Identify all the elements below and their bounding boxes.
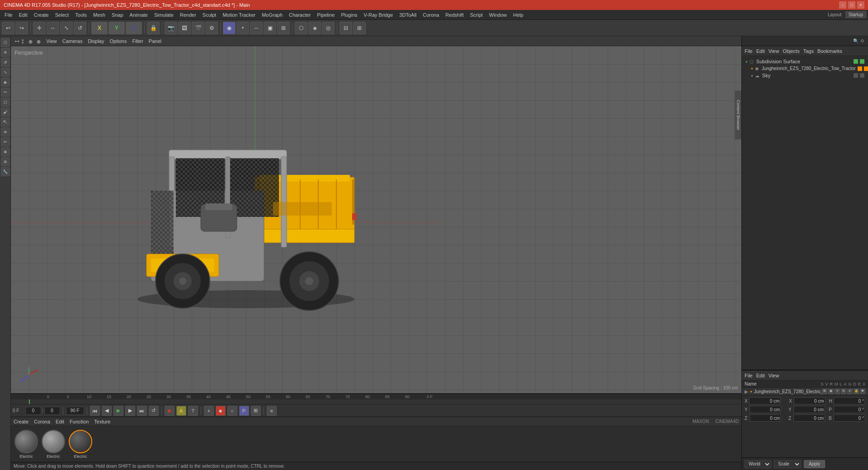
vp-minimize[interactable]: ⊗: [37, 39, 41, 44]
world-dropdown[interactable]: World Object Global: [745, 460, 771, 468]
keyframe-circle-button[interactable]: ○: [227, 406, 237, 416]
lt-deform[interactable]: ◈: [1, 78, 10, 87]
viewport[interactable]: Perspective: [11, 46, 741, 393]
menu-pipeline[interactable]: Pipeline: [314, 11, 337, 19]
vp-nav-arrows[interactable]: ↔↕: [14, 37, 24, 45]
floor-button[interactable]: ⊟: [340, 22, 352, 34]
material-ball-2[interactable]: [42, 430, 65, 453]
menu-vray-bridge[interactable]: V-Ray Bridge: [361, 11, 396, 19]
lt-move[interactable]: ✛: [1, 48, 10, 57]
menu-help[interactable]: Help: [510, 11, 526, 19]
lt-sculpt[interactable]: ⛏: [1, 118, 10, 127]
sky-vis-btn[interactable]: [854, 73, 858, 78]
render-settings-button[interactable]: ⚙: [205, 22, 218, 34]
menu-motion-tracker[interactable]: Motion Tracker: [220, 11, 258, 19]
obj-menu-tags[interactable]: Tags: [803, 48, 814, 54]
material-manager-button[interactable]: ◈: [308, 22, 321, 34]
mat-menu-function[interactable]: Function: [70, 419, 89, 424]
obj-menu-edit[interactable]: Edit: [756, 48, 765, 54]
vp-menu-panel[interactable]: Panel: [149, 38, 161, 44]
material-item-3[interactable]: Electric: [69, 430, 92, 459]
obj-menu-file[interactable]: File: [745, 48, 753, 54]
attr-x-input[interactable]: [749, 397, 781, 404]
model-mode-button[interactable]: ◉: [223, 22, 236, 34]
attr-menu-edit[interactable]: Edit: [756, 373, 765, 378]
obj-menu-objects[interactable]: Objects: [783, 48, 799, 54]
menu-file[interactable]: File: [2, 11, 15, 19]
obj-item-sky[interactable]: ● ☁ Sky: [744, 72, 866, 79]
playhead[interactable]: [29, 400, 30, 404]
frame-input-2[interactable]: [44, 407, 60, 415]
keyframe-p-button[interactable]: P: [239, 406, 249, 416]
menu-mograph[interactable]: MoGraph: [259, 11, 285, 19]
rotate-button[interactable]: ↺: [74, 22, 86, 34]
menu-window[interactable]: Window: [486, 11, 509, 19]
scale-dropdown[interactable]: Scale: [774, 460, 801, 468]
settings-icon[interactable]: ⚙: [860, 38, 864, 43]
lt-spline[interactable]: 〜: [1, 88, 10, 97]
attr-b-input[interactable]: [834, 414, 865, 422]
sky-render-btn[interactable]: [860, 73, 864, 78]
attr-menu-view[interactable]: View: [769, 373, 779, 378]
vp-maximize[interactable]: ⊕: [28, 39, 33, 44]
attr-btn-1[interactable]: ⊞: [822, 389, 827, 394]
next-frame-button[interactable]: ▶: [125, 406, 135, 416]
menu-character[interactable]: Character: [286, 11, 313, 19]
render-view-button[interactable]: 📷: [165, 22, 177, 34]
lock-button[interactable]: 🔒: [147, 22, 160, 34]
attr-obj-expand[interactable]: ▶: [745, 389, 748, 394]
render-to-po-button[interactable]: 🎬: [192, 22, 204, 34]
end-frame-input[interactable]: [66, 407, 84, 415]
frame-input[interactable]: [25, 407, 41, 415]
content-browser-tab[interactable]: Content Browser: [735, 90, 741, 140]
menu-corona[interactable]: Corona: [420, 11, 442, 19]
mode-y-button[interactable]: Y: [108, 22, 125, 34]
menu-render[interactable]: Render: [177, 11, 199, 19]
vp-menu-options[interactable]: Options: [109, 38, 127, 44]
obj-menu-view[interactable]: View: [769, 48, 779, 54]
menu-simulate[interactable]: Simulate: [151, 11, 176, 19]
playhead-area[interactable]: [11, 400, 741, 404]
lt-axis[interactable]: ⊕: [1, 147, 10, 156]
keyframe-square-button[interactable]: ■: [216, 406, 226, 416]
keyframe-add-button[interactable]: +: [204, 406, 214, 416]
attr-btn-2[interactable]: ◉: [828, 389, 834, 394]
uv-mode-button[interactable]: ⊞: [277, 22, 290, 34]
lt-hair[interactable]: ≋: [1, 127, 10, 136]
lt-magnet[interactable]: 🔧: [1, 167, 10, 176]
attr-object-row[interactable]: ▶ ● Jungheinrich_EZS_7280_Electric_Tow_T…: [742, 388, 868, 395]
vp-menu-filter[interactable]: Filter: [132, 38, 143, 44]
undo-button[interactable]: ↩: [2, 22, 14, 34]
apply-button[interactable]: Apply: [804, 460, 825, 468]
material-item-1[interactable]: Electric: [14, 430, 38, 459]
attr-p-input[interactable]: [834, 406, 865, 413]
obj-item-jungheinrich[interactable]: ● ◉ Jungheinrich_EZS_7280_Electric_Tow_T…: [744, 65, 866, 72]
layout-dropdown[interactable]: Startup: [845, 11, 866, 18]
attr-btn-6[interactable]: 🔒: [854, 389, 859, 394]
menu-plugins[interactable]: Plugins: [338, 11, 360, 19]
menu-mesh[interactable]: Mesh: [90, 11, 108, 19]
mat-menu-corona[interactable]: Corona: [34, 419, 50, 424]
close-button[interactable]: ×: [857, 1, 864, 9]
vp-menu-view[interactable]: View: [46, 38, 57, 44]
help-button[interactable]: ?: [188, 406, 198, 416]
menu-tools[interactable]: Tools: [72, 11, 90, 19]
attr-btn-4[interactable]: ⊟: [841, 389, 846, 394]
subdiv-vis-btn[interactable]: [854, 59, 858, 64]
mode-x-button[interactable]: X: [91, 22, 108, 34]
redo-button[interactable]: ↪: [15, 22, 28, 34]
attr-z2-input[interactable]: [793, 414, 825, 422]
play-button[interactable]: ▶: [113, 406, 123, 416]
obj-menu-bookmarks[interactable]: Bookmarks: [817, 48, 842, 54]
point-mode-button[interactable]: •: [236, 22, 249, 34]
material-ball-3[interactable]: [69, 430, 92, 453]
vp-menu-cameras[interactable]: Cameras: [62, 38, 83, 44]
search-icon[interactable]: 🔍: [853, 38, 859, 43]
obj-item-subdivsurface[interactable]: ● ⬡ Subdivision Surface: [744, 58, 866, 65]
material-ball-1[interactable]: [14, 430, 38, 453]
texture-mode-button[interactable]: ⬡: [295, 22, 307, 34]
prev-frame-button[interactable]: ◀: [102, 406, 112, 416]
attr-btn-5[interactable]: ✔: [847, 389, 853, 394]
polygon-mode-button[interactable]: ▣: [264, 22, 276, 34]
record-button[interactable]: ⏺: [165, 406, 175, 416]
